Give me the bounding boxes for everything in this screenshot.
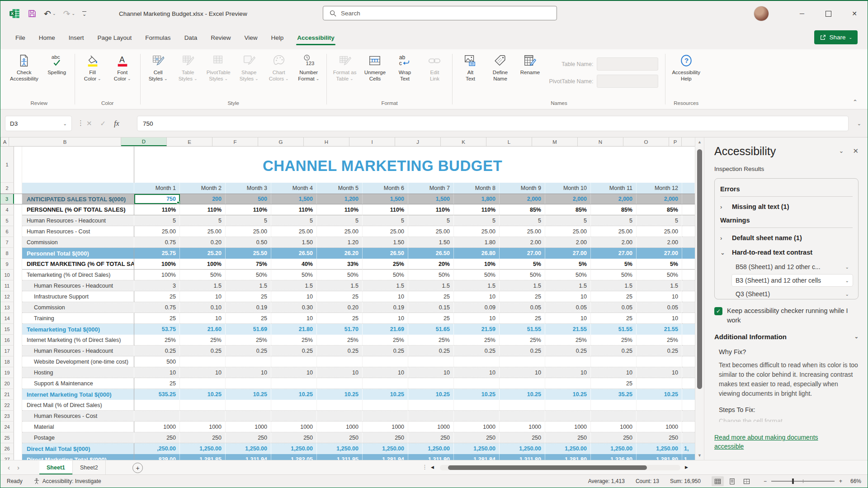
cell-E5[interactable]: 5: [180, 215, 226, 226]
accessibility-help-button[interactable]: ?AccessibilityHelp: [669, 51, 703, 83]
cell-K8[interactable]: 26.80: [454, 248, 500, 259]
cell-H10[interactable]: 50%: [317, 270, 363, 280]
cell-I21[interactable]: 10.25: [363, 389, 408, 400]
cell-F24[interactable]: 1000: [226, 422, 271, 432]
cell-N10[interactable]: 50%: [591, 270, 637, 280]
cell-B15[interactable]: Telemarketing Total $(000): [22, 324, 134, 335]
column-header-B[interactable]: B: [9, 137, 121, 146]
column-header-E[interactable]: E: [167, 137, 212, 146]
cell-L8[interactable]: 27.00: [500, 248, 545, 259]
cell-J2[interactable]: Month 7: [408, 183, 454, 194]
cell-O27[interactable]: 1,281.80: [637, 454, 682, 460]
cell-D24[interactable]: 1000: [134, 422, 180, 432]
cell-B7[interactable]: Commission: [22, 237, 134, 248]
cell-L17[interactable]: 0.25: [500, 346, 545, 356]
cell-A5[interactable]: [14, 215, 22, 226]
row-header-27[interactable]: 27: [0, 454, 14, 460]
cell-J6[interactable]: 25.00: [408, 226, 454, 237]
cell-L4[interactable]: 85%: [500, 204, 545, 215]
cell-B1[interactable]: [22, 147, 134, 183]
cell-A24[interactable]: [14, 422, 22, 432]
cell-L5[interactable]: 5: [500, 215, 545, 226]
cell-H4[interactable]: 110%: [317, 204, 363, 215]
cell-L14[interactable]: 25: [500, 313, 545, 324]
cell-H18[interactable]: [317, 356, 363, 367]
cell-M19[interactable]: 10: [545, 367, 591, 378]
cell-E19[interactable]: 10: [180, 367, 226, 378]
finding-item[interactable]: B58 (Sheet1) and 12 other c...⌄: [732, 261, 853, 273]
cell-G26[interactable]: 1,250.00: [271, 443, 317, 454]
redo-button[interactable]: ↷⌄: [63, 9, 75, 19]
cell-A7[interactable]: [14, 237, 22, 248]
cell-H16[interactable]: 25%: [317, 335, 363, 346]
cell-F4[interactable]: 110%: [226, 204, 271, 215]
cell-B2[interactable]: [22, 183, 134, 194]
cell-B19[interactable]: Hosting: [22, 367, 134, 378]
define-name-button[interactable]: DefineName: [486, 51, 514, 83]
chart-colors-button[interactable]: ChartColors⌄: [264, 51, 293, 83]
cell-D15[interactable]: 53.75: [134, 324, 180, 335]
column-header-A[interactable]: A: [1, 137, 9, 146]
cell-N6[interactable]: 25.00: [591, 226, 637, 237]
cell-E7[interactable]: 0.20: [180, 237, 226, 248]
cell-H15[interactable]: 51.70: [317, 324, 363, 335]
cell-G18[interactable]: [271, 356, 317, 367]
cell-K22[interactable]: [454, 400, 500, 411]
row-header-26[interactable]: 26: [0, 443, 14, 454]
cell-K9[interactable]: 10%: [454, 259, 500, 270]
cell-N8[interactable]: 27.00: [591, 248, 637, 259]
cell-I5[interactable]: 5: [363, 215, 408, 226]
cell-D14[interactable]: 25: [134, 313, 180, 324]
cell-L6[interactable]: 25.00: [500, 226, 545, 237]
cell-I16[interactable]: 25%: [363, 335, 408, 346]
row-header-22[interactable]: 22: [0, 400, 14, 411]
cell-N22[interactable]: [591, 400, 637, 411]
tab-data[interactable]: Data: [179, 31, 203, 44]
cell-A26[interactable]: [14, 443, 22, 454]
cell-B14[interactable]: Training: [22, 313, 134, 324]
cell-N23[interactable]: [591, 411, 637, 422]
row-header-16[interactable]: 16: [0, 335, 14, 346]
cell-J8[interactable]: 26.50: [408, 248, 454, 259]
cell-M9[interactable]: 5%: [545, 259, 591, 270]
row-header-15[interactable]: 15: [0, 324, 14, 335]
cell-G24[interactable]: 1000: [271, 422, 317, 432]
select-all-corner[interactable]: [0, 137, 1, 146]
undo-button[interactable]: ↶⌄: [44, 9, 56, 19]
cell-B25[interactable]: Postage: [22, 432, 134, 443]
cell-L11[interactable]: 1.5: [500, 280, 545, 291]
cell-E6[interactable]: 25.00: [180, 226, 226, 237]
tab-home[interactable]: Home: [33, 31, 61, 44]
cell-L27[interactable]: 1,311.80: [500, 454, 545, 460]
cell-F8[interactable]: 25.50: [226, 248, 271, 259]
cell-H11[interactable]: 1.5: [317, 280, 363, 291]
pane-chevron-down-icon[interactable]: ⌄: [835, 145, 848, 157]
cell-B8[interactable]: Personnel Total $(000): [22, 248, 134, 259]
cell-D10[interactable]: 100%: [134, 270, 180, 280]
cell-B6[interactable]: Human Resources - Cost: [22, 226, 134, 237]
maximize-button[interactable]: [815, 1, 841, 26]
cell-G19[interactable]: 10: [271, 367, 317, 378]
cell-P25[interactable]: [682, 432, 695, 443]
cell-N25[interactable]: 250: [591, 432, 637, 443]
cell-G7[interactable]: 1.50: [271, 237, 317, 248]
cell-H14[interactable]: 25: [317, 313, 363, 324]
share-button[interactable]: Share ⌄: [814, 30, 858, 44]
cell-K12[interactable]: 10: [454, 291, 500, 302]
cell-B16[interactable]: Internet Marketing (% of Direct Sales): [22, 335, 134, 346]
cell-E3[interactable]: 200: [180, 194, 226, 204]
tab-splitter-icon[interactable]: ⋮: [422, 464, 428, 470]
cell-J25[interactable]: 250: [408, 432, 454, 443]
tab-view[interactable]: View: [238, 31, 263, 44]
cell-F26[interactable]: 1,250.00: [226, 443, 271, 454]
cell-G22[interactable]: [271, 400, 317, 411]
cell-O22[interactable]: [637, 400, 682, 411]
cell-E13[interactable]: 0.10: [180, 302, 226, 313]
cell-O7[interactable]: 2.00: [637, 237, 682, 248]
cell-E11[interactable]: 1.5: [180, 280, 226, 291]
cell-D7[interactable]: 0.75: [134, 237, 180, 248]
cell-M10[interactable]: 50%: [545, 270, 591, 280]
cell-J5[interactable]: 5: [408, 215, 454, 226]
cell-P3[interactable]: [682, 194, 695, 204]
cell-D20[interactable]: 25: [134, 378, 180, 389]
